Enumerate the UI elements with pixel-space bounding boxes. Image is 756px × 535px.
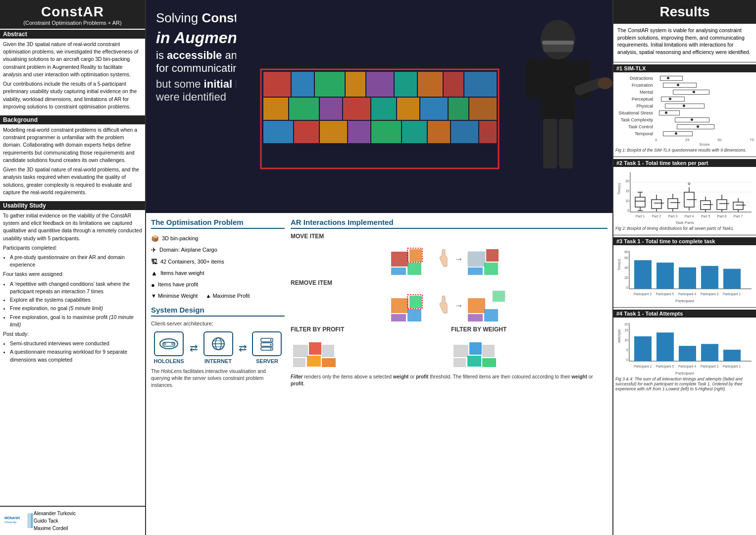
- svg-text:5: 5: [627, 209, 629, 213]
- internet-icon: [203, 331, 233, 356]
- svg-rect-59: [391, 252, 408, 267]
- remove-item-title: REMOVE ITEM: [291, 279, 607, 286]
- svg-point-46: [163, 342, 166, 345]
- opt-item-2: ✈Domain: Airplane Cargo: [151, 244, 285, 256]
- opt-item-4: ▲Items have weight: [151, 268, 285, 279]
- svg-text:5: 5: [626, 348, 628, 352]
- usability-body: To gather initial evidence on the viabil…: [0, 210, 145, 368]
- svg-rect-147: [701, 266, 718, 289]
- svg-text:15: 15: [624, 328, 628, 332]
- chart4-caption: Fig 3 & 4: The sum of all interaction ti…: [615, 376, 754, 391]
- svg-rect-87: [482, 345, 495, 357]
- svg-rect-75: [484, 309, 498, 321]
- center-bottom: The Optimisation Problem 📦3D bin-packing…: [146, 213, 612, 535]
- chart3-title: #3 Task 1 - Total time to complete task: [613, 237, 756, 245]
- left-footer: MONASH University Alexander Turkovic Gui…: [0, 506, 145, 535]
- system-arrow-1: ⇄: [190, 342, 198, 354]
- system-diagram: HOLOLENS ⇄: [151, 331, 285, 364]
- minimise-label: ▼ Minimise Weight: [151, 293, 198, 299]
- right-title-bar: Results: [613, 0, 756, 24]
- internet-label: INTERNET: [204, 358, 232, 364]
- svg-text:Participant 3: Participant 3: [701, 292, 719, 296]
- svg-text:Participant 1: Participant 1: [723, 292, 741, 296]
- usability-participants-label: Participants completed:: [3, 244, 142, 252]
- svg-text:0: 0: [626, 358, 628, 362]
- hololens-node: HOLOLENS: [153, 331, 184, 364]
- svg-rect-19: [343, 98, 370, 120]
- filter-profit-col: FILTER BY PROFIT: [291, 326, 447, 371]
- svg-rect-163: [656, 332, 674, 361]
- svg-text:Participant 4: Participant 4: [678, 365, 697, 369]
- svg-text:Participant 3: Participant 3: [701, 365, 719, 369]
- svg-rect-108: [668, 199, 678, 209]
- chart4-title: #4 Task 1 - Total Attempts: [613, 310, 756, 318]
- post-item-2: A questionnaire measuring workload for 9…: [10, 348, 142, 363]
- opt-item-5: ●Items have profit: [151, 279, 285, 291]
- move-arrow: →: [454, 254, 463, 265]
- svg-rect-82: [322, 358, 336, 367]
- svg-rect-8: [292, 72, 314, 97]
- simtlx-bar: [659, 110, 680, 115]
- svg-rect-80: [307, 356, 321, 367]
- four-tasks-label: Four tasks were assigned:: [3, 270, 142, 278]
- svg-rect-71: [407, 309, 421, 321]
- svg-text:15: 15: [625, 189, 629, 193]
- svg-rect-31: [428, 121, 450, 143]
- chart2-area: 5 10 15 20: [613, 169, 756, 232]
- svg-text:20: 20: [625, 179, 629, 183]
- svg-text:University: University: [4, 520, 16, 523]
- svg-text:Part 5: Part 5: [701, 214, 710, 218]
- post-item-1: Semi-structured interviews were conducte…: [10, 340, 142, 347]
- svg-rect-7: [263, 72, 291, 97]
- svg-rect-25: [263, 121, 293, 143]
- simtlx-bar: [673, 90, 709, 95]
- chart2-section: #2 Task 1 - Total time taken per part 5 …: [613, 157, 756, 232]
- svg-text:Participant 1: Participant 1: [723, 365, 741, 369]
- system-arrow-2: ⇄: [239, 342, 247, 354]
- svg-rect-79: [293, 358, 305, 367]
- simtlx-caption: Fig 1: Boxplot of the SIM-TLX questionna…: [615, 148, 754, 153]
- svg-rect-83: [454, 345, 468, 357]
- chart4-area: 0 5 10 15 20 Participant 2 Participant 5: [613, 320, 756, 392]
- svg-point-41: [598, 77, 612, 89]
- svg-rect-42: [543, 119, 557, 168]
- svg-rect-166: [723, 350, 741, 361]
- svg-text:Part 4: Part 4: [685, 214, 694, 218]
- svg-rect-162: [634, 336, 652, 361]
- task-item-1: A 'repetitive with changed conditions' t…: [10, 280, 142, 295]
- background-text2: Given the 3D spatial nature of real-worl…: [3, 166, 142, 196]
- author-name-2: Guido Tack: [34, 517, 76, 525]
- abstract-text1: Given the 3D spatial nature of real-worl…: [3, 41, 142, 78]
- svg-text:20: 20: [624, 276, 628, 279]
- abstract-text2: Our contributions include the results of…: [3, 80, 142, 110]
- svg-rect-43: [559, 119, 573, 168]
- svg-text:Part 7: Part 7: [734, 214, 743, 218]
- maximise-label: ▲ Maximise Profit: [205, 293, 250, 299]
- svg-rect-26: [294, 121, 319, 143]
- usability-text1: To gather initial evidence on the viabil…: [3, 212, 142, 242]
- usability-header: Usability Study: [0, 201, 145, 210]
- svg-rect-121: [717, 200, 727, 210]
- simtlx-bar: [663, 131, 693, 136]
- svg-text:Participant 4: Participant 4: [678, 292, 697, 296]
- ar-interactions-title: AR Interactions Implemented: [291, 218, 607, 229]
- svg-text:Time(s): Time(s): [617, 183, 621, 194]
- svg-rect-69: [409, 296, 422, 308]
- simtlx-row-physical: Physical: [615, 103, 754, 109]
- internet-node: INTERNET: [203, 331, 233, 364]
- background-text1: Modelling real-world constraint problems…: [3, 126, 142, 164]
- system-design-subtitle: Client-server architecture:: [151, 321, 285, 326]
- simtlx-title: #1 SIM-TLX: [613, 64, 756, 72]
- simtlx-row-distractions: Distractions: [615, 75, 754, 81]
- filter-profit-svg: [291, 335, 355, 370]
- svg-rect-13: [418, 72, 443, 97]
- svg-rect-32: [451, 121, 478, 143]
- app-title: ConstAR: [2, 4, 143, 20]
- move-item-images: →: [291, 242, 607, 276]
- svg-rect-27: [320, 121, 347, 143]
- remove-source-svg: [389, 288, 433, 323]
- chart2-svg: 5 10 15 20: [615, 170, 753, 219]
- profit-icon: ●: [151, 279, 155, 291]
- svg-text:Participant 2: Participant 2: [634, 365, 652, 369]
- svg-point-56: [270, 339, 272, 341]
